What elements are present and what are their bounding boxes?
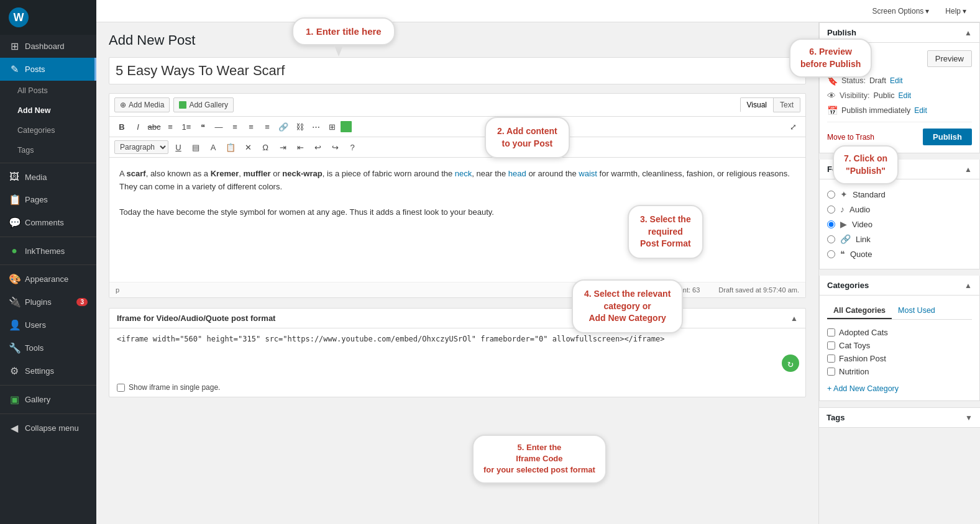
sidebar-item-categories[interactable]: Categories (0, 120, 96, 140)
format-option-quote[interactable]: ❝ Quote (827, 246, 972, 261)
paragraph-select[interactable]: Paragraph (114, 140, 168, 154)
align-right-button[interactable]: ≡ (260, 119, 275, 134)
sidebar-item-collapse[interactable]: ◀ Collapse menu (0, 417, 96, 440)
format-radio-standard[interactable] (827, 191, 835, 199)
screen-options-button[interactable]: Screen Options ▾ (868, 4, 935, 18)
visibility-row: 👁 Visibility: Public Edit (827, 91, 972, 101)
sidebar-item-add-new[interactable]: Add New (0, 101, 96, 120)
move-to-trash-link[interactable]: Move to Trash (827, 133, 874, 142)
post-title-input[interactable] (109, 57, 806, 84)
dashboard-icon: ⊞ (9, 40, 20, 52)
status-label: Status: (841, 76, 866, 85)
tags-panel-header[interactable]: Tags ▼ (819, 407, 980, 428)
format-collapse-icon: ▲ (964, 165, 972, 174)
audio-format-icon: ♪ (840, 204, 845, 214)
iframe-section-header[interactable]: Iframe for Video/Audio/Quote post format… (109, 309, 805, 328)
sidebar-item-plugins[interactable]: 🔌 Plugins 3 (0, 291, 96, 314)
publish-button[interactable]: Publish (923, 129, 972, 145)
format-radio-link[interactable] (827, 235, 835, 243)
sidebar-item-posts[interactable]: ✎ Posts (0, 58, 96, 81)
settings-icon: ⚙ (9, 365, 20, 377)
category-checkbox-adopted-cats[interactable] (827, 328, 835, 337)
link-button[interactable]: 🔗 (276, 119, 291, 134)
gallery-green-icon (179, 101, 186, 109)
more-button[interactable]: ⋯ (308, 119, 323, 134)
add-media-button[interactable]: ⊕ Add Media (114, 97, 170, 112)
sidebar-item-users[interactable]: 👤 Users (0, 314, 96, 337)
help-format-button[interactable]: ? (345, 140, 360, 155)
justify-button[interactable]: ▤ (188, 140, 203, 155)
redo-button[interactable]: ↪ (327, 140, 342, 155)
category-item-adopted-cats[interactable]: Adopted Cats (827, 326, 972, 339)
format-panel-header[interactable]: Format ▲ (820, 160, 979, 179)
format-option-video[interactable]: ▶ Video (827, 217, 972, 232)
tab-all-categories[interactable]: All Categories (827, 303, 892, 319)
unordered-list-button[interactable]: ≡ (163, 119, 178, 134)
preview-button[interactable]: Preview (927, 50, 972, 67)
format-radio-video[interactable] (827, 220, 835, 228)
ordered-list-button[interactable]: 1≡ (179, 119, 194, 134)
gallery-label: Gallery (25, 395, 50, 404)
add-gallery-button[interactable]: Add Gallery (173, 97, 234, 112)
publish-panel-header[interactable]: Publish ▲ (820, 23, 979, 43)
tab-text[interactable]: Text (774, 97, 800, 112)
publish-schedule-edit-link[interactable]: Edit (914, 106, 927, 115)
format-option-link[interactable]: 🔗 Link (827, 232, 972, 246)
sidebar-item-gallery[interactable]: ▣ Gallery (0, 388, 96, 411)
add-new-category-link[interactable]: + Add New Category (827, 384, 972, 393)
visibility-edit-link[interactable]: Edit (898, 91, 911, 100)
text-color-button[interactable]: A (206, 140, 221, 155)
sidebar-item-pages[interactable]: 📋 Pages (0, 188, 96, 211)
paste-button[interactable]: 📋 (223, 140, 238, 155)
sidebar-item-tags[interactable]: Tags (0, 140, 96, 160)
status-edit-link[interactable]: Edit (890, 76, 903, 85)
undo-button[interactable]: ↩ (310, 140, 325, 155)
format-label-standard: Standard (853, 190, 886, 199)
format-radio-quote[interactable] (827, 250, 835, 258)
italic-button[interactable]: I (131, 119, 145, 134)
editor-body[interactable]: A scarf, also known as a Kremer, muffler… (109, 158, 805, 282)
clear-format-button[interactable]: ✕ (240, 140, 255, 155)
category-item-cat-toys[interactable]: Cat Toys (827, 339, 972, 352)
topbar: Screen Options ▾ Help ▾ (96, 0, 980, 22)
iframe-refresh-button[interactable]: ↻ (782, 355, 799, 372)
category-checkbox-cat-toys[interactable] (827, 341, 835, 350)
tab-most-used[interactable]: Most Used (892, 303, 941, 319)
format-radio-audio[interactable] (827, 206, 835, 214)
sidebar-item-media[interactable]: 🖼 Media (0, 166, 96, 188)
bold-button[interactable]: B (114, 119, 129, 134)
categories-panel-header[interactable]: Categories ▲ (820, 276, 979, 296)
table-button[interactable]: ⊞ (324, 119, 339, 134)
publish-schedule-label: Publish immediately (841, 106, 910, 115)
category-item-fashion-post[interactable]: Fashion Post (827, 352, 972, 365)
format-option-audio[interactable]: ♪ Audio (827, 202, 972, 217)
align-left-button[interactable]: ≡ (227, 119, 242, 134)
format-option-standard[interactable]: ✦ Standard (827, 187, 972, 202)
expand-editor-button[interactable]: ⤢ (785, 119, 800, 134)
editor-format-bar-2: Paragraph U ▤ A 📋 ✕ Ω ⇥ ⇤ ↩ ↪ ? (109, 137, 805, 158)
special-char-button[interactable]: Ω (258, 140, 273, 155)
outdent-button[interactable]: ⇤ (293, 140, 308, 155)
horizontal-rule-button[interactable]: — (211, 119, 226, 134)
tab-visual[interactable]: Visual (740, 97, 774, 112)
unlink-button[interactable]: ⛓ (292, 119, 307, 134)
sidebar-item-appearance[interactable]: 🎨 Appearance (0, 268, 96, 291)
category-item-nutrition[interactable]: Nutrition (827, 365, 972, 378)
indent-button[interactable]: ⇥ (275, 140, 290, 155)
sidebar-item-dashboard[interactable]: ⊞ Dashboard (0, 35, 96, 58)
align-center-button[interactable]: ≡ (244, 119, 259, 134)
show-iframe-checkbox[interactable] (117, 384, 125, 392)
sidebar-item-settings[interactable]: ⚙ Settings (0, 359, 96, 382)
sidebar-item-inkthemes[interactable]: ● InkThemes (0, 240, 96, 262)
strikethrough-button[interactable]: abc (147, 119, 162, 134)
blockquote-button[interactable]: ❝ (195, 119, 210, 134)
underline-button[interactable]: U (171, 140, 186, 155)
sidebar-item-tools[interactable]: 🔧 Tools (0, 337, 96, 359)
category-checkbox-fashion-post[interactable] (827, 355, 835, 363)
sidebar-item-all-posts[interactable]: All Posts (0, 81, 96, 101)
help-button[interactable]: Help ▾ (940, 4, 971, 18)
category-checkbox-nutrition[interactable] (827, 368, 835, 376)
comments-label: Comments (25, 218, 64, 227)
draft-saved: Draft saved at 9:57:40 am. (718, 286, 799, 294)
sidebar-item-comments[interactable]: 💬 Comments (0, 211, 96, 234)
